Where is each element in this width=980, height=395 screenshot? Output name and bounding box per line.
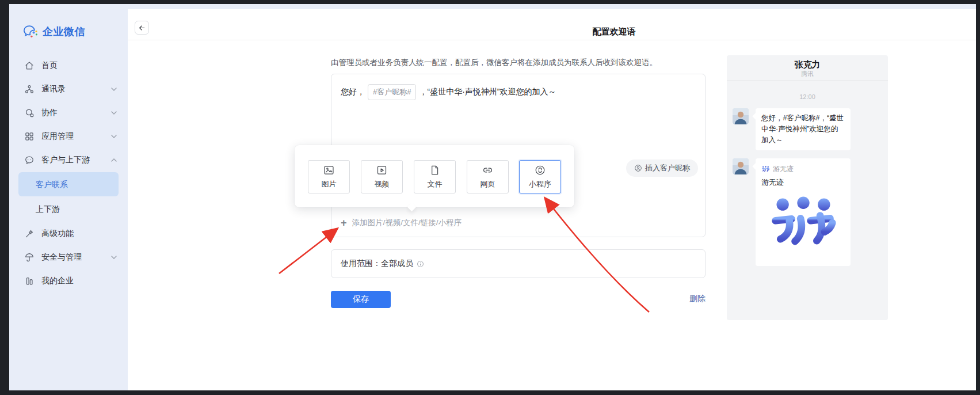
insert-nickname-label: 插入客户昵称 [645,163,690,173]
company-icon [24,276,35,286]
preview-contact-header: 张克力 腾讯 [727,55,888,81]
sender-avatar [733,158,749,174]
welcome-message-bubble: 您好，#客户昵称#，“盛世中华·声悦神州”欢迎您的加入～ [756,108,851,150]
usage-scope-label: 使用范围：全部成员 [341,259,413,269]
advanced-icon [24,229,35,239]
miniprogram-icon [534,164,546,176]
sidebar-item-security[interactable]: 安全与管理 [9,245,128,269]
contacts-icon [24,84,35,94]
sidebar-item-company[interactable]: 我的企业 [9,269,128,293]
link-icon [482,164,494,176]
attach-popup-options: 图片视频文件网页小程序 [308,160,561,193]
chevron-down-icon [110,86,117,93]
plus-icon: + [341,218,347,228]
sidebar: 企业微信 首页通讯录协作应用管理客户与上下游客户联系上下游高级功能安全与管理我的… [9,4,128,390]
wecom-admin-app: 企业微信 首页通讯录协作应用管理客户与上下游客户联系上下游高级功能安全与管理我的… [9,4,976,390]
usage-scope-row[interactable]: 使用范围：全部成员 [331,249,706,278]
info-icon[interactable] [417,260,424,268]
person-circle-icon [634,164,642,172]
sidebar-item-customer[interactable]: 客户与上下游 [9,148,128,172]
attach-option-image[interactable]: 图片 [308,160,350,193]
welcome-message-text[interactable]: 您好，#客户昵称#，“盛世中华·声悦神州”欢迎您的加入～ [331,74,705,110]
attach-option-video[interactable]: 视频 [361,160,403,193]
chevron-up-icon [110,157,117,164]
sidebar-item-collab[interactable]: 协作 [9,101,128,124]
preview-message-text: 您好，#客户昵称#，“盛世中华·声悦神州”欢迎您的加入～ [727,108,888,150]
miniprogram-logo-icon-small [761,166,770,173]
chevron-down-icon [110,133,117,140]
delete-button[interactable]: 删除 [689,294,706,304]
brand-name: 企业微信 [43,25,85,39]
contact-name: 张克力 [727,59,888,70]
sidebar-item-advanced[interactable]: 高级功能 [9,222,128,245]
brand-logo[interactable]: 企业微信 [23,25,128,39]
message-timestamp: 12:00 [727,93,888,100]
customer-icon [24,155,35,165]
home-icon [24,60,35,71]
greeting-prefix: 您好， [341,87,365,96]
miniprogram-cover-image [767,196,840,255]
greeting-suffix: ，“盛世中华·声悦神州”欢迎您的加入～ [419,87,556,96]
apps-icon [24,131,35,142]
miniprogram-card[interactable]: 游无迹 游无迹 [756,158,851,266]
sender-avatar [733,108,749,124]
screenshot-frame: 企业微信 首页通讯录协作应用管理客户与上下游客户联系上下游高级功能安全与管理我的… [0,0,980,395]
miniprogram-source: 游无迹 [773,164,794,174]
chat-preview-panel: 张克力 腾讯 12:00 您好，#客户昵称#，“盛世中华·声悦神州”欢迎您的加入… [727,55,888,320]
image-icon [323,164,335,176]
save-button[interactable]: 保存 [331,291,391,308]
config-description: 由管理员或者业务负责人统一配置，配置后，微信客户将在添加成员为联系人后收到该欢迎… [331,58,706,68]
sidebar-menu: 首页通讯录协作应用管理客户与上下游客户联系上下游高级功能安全与管理我的企业 [9,54,128,293]
main-content: 配置欢迎语 由管理员或者业务负责人统一配置，配置后，微信客户将在添加成员为联系人… [128,9,976,390]
back-arrow-icon [138,24,146,32]
file-icon [429,164,441,176]
collab-icon [24,108,35,118]
security-icon [24,252,35,263]
sidebar-item-contacts[interactable]: 通讯录 [9,77,128,101]
insert-nickname-button[interactable]: 插入客户昵称 [626,159,698,177]
chevron-down-icon [110,109,117,116]
preview-message-miniprogram: 游无迹 游无迹 [727,158,888,266]
sidebar-item-apps[interactable]: 应用管理 [9,124,128,148]
attach-option-file[interactable]: 文件 [414,160,456,193]
page-header: 配置欢迎语 [128,9,976,40]
back-button[interactable] [135,21,149,35]
attachment-type-popup: 图片视频文件网页小程序 [295,145,574,207]
add-attachment-row[interactable]: + 添加图片/视频/文件/链接/小程序 [331,208,705,237]
customer-nickname-token[interactable]: #客户昵称# [368,84,416,100]
chevron-down-icon [110,254,117,261]
sidebar-item-home[interactable]: 首页 [9,54,128,77]
attach-option-miniprogram[interactable]: 小程序 [519,160,561,193]
miniprogram-title: 游无迹 [761,177,845,188]
page-title: 配置欢迎语 [571,26,657,37]
sidebar-subitem-customer-contact[interactable]: 客户联系 [18,172,119,196]
attach-option-link[interactable]: 网页 [467,160,509,193]
add-attachment-label: 添加图片/视频/文件/链接/小程序 [352,218,462,228]
sidebar-subitem-upstream-downstream[interactable]: 上下游 [18,197,119,221]
wecom-logo-icon [23,25,38,39]
video-icon [376,164,388,176]
contact-company: 腾讯 [727,70,888,78]
